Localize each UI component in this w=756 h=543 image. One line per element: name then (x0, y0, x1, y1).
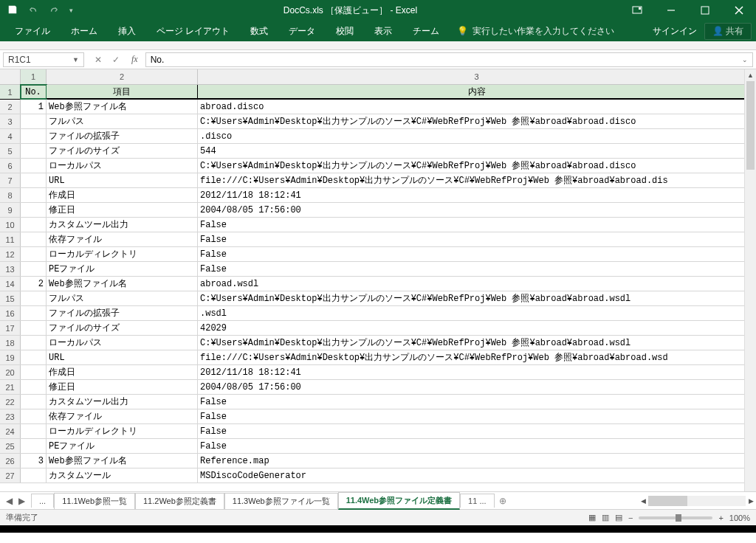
sheet-tab-5[interactable]: 11 ... (460, 494, 494, 508)
row-header[interactable]: 12 (0, 247, 21, 261)
row-header[interactable]: 2 (0, 100, 21, 114)
row-header[interactable]: 15 (0, 291, 21, 305)
ribbon-display-icon[interactable] (620, 0, 654, 21)
maximize-icon[interactable] (688, 0, 722, 21)
hscroll-right-icon[interactable]: ▶ (746, 497, 756, 505)
horizontal-scrollbar[interactable] (648, 496, 746, 506)
cell-val[interactable]: C:¥Users¥Admin¥Desktop¥出力サンプルのソース¥C#¥Web… (198, 114, 756, 128)
view-pagelayout-icon[interactable]: ▥ (602, 513, 609, 522)
row-header[interactable]: 7 (0, 173, 21, 187)
cell-val[interactable]: C:¥Users¥Admin¥Desktop¥出力サンプルのソース¥C#¥Web… (198, 291, 756, 305)
header-cell-item[interactable]: 項目 (47, 85, 198, 99)
cell-no[interactable] (21, 291, 47, 305)
tab-file[interactable]: ファイル (4, 21, 61, 41)
cancel-formula-icon[interactable]: ✕ (94, 55, 102, 65)
tab-insert[interactable]: 挿入 (108, 21, 146, 41)
cell-val[interactable]: 544 (198, 144, 756, 158)
hscroll-thumb[interactable] (648, 496, 687, 506)
row-header[interactable]: 20 (0, 365, 21, 379)
row-header[interactable]: 19 (0, 350, 21, 364)
sheet-tab-3[interactable]: 11.3Web参照ファイル一覧 (224, 493, 338, 509)
cell-item[interactable]: 作成日 (47, 365, 198, 379)
fx-icon[interactable]: fx (127, 54, 142, 65)
row-header[interactable]: 10 (0, 218, 21, 232)
sheet-tab-2[interactable]: 11.2Web参照定義書 (135, 493, 224, 509)
row-header[interactable]: 18 (0, 336, 21, 350)
view-normal-icon[interactable]: ▦ (588, 513, 596, 522)
cell-val[interactable]: 2004/08/05 17:56:00 (198, 380, 756, 394)
sheet-tab-1[interactable]: 11.1Web参照一覧 (54, 493, 135, 509)
cell-no[interactable] (21, 365, 47, 379)
cell-item[interactable]: 依存ファイル (47, 409, 198, 423)
tab-nav-prev-icon[interactable]: ◀ (6, 496, 13, 506)
select-all-corner[interactable] (0, 69, 21, 84)
share-button[interactable]: 👤 共有 (704, 23, 752, 40)
zoom-out-icon[interactable]: − (628, 513, 633, 522)
cell-val[interactable]: False (198, 232, 756, 246)
row-header[interactable]: 3 (0, 114, 21, 128)
cell-no[interactable] (21, 336, 47, 350)
row-header[interactable]: 5 (0, 144, 21, 158)
cell-val[interactable]: 2012/11/18 18:12:41 (198, 365, 756, 379)
row-header[interactable]: 13 (0, 262, 21, 276)
row-header[interactable]: 17 (0, 321, 21, 335)
cell-no[interactable] (21, 321, 47, 335)
cell-no[interactable] (21, 144, 47, 158)
cell-val[interactable]: False (198, 409, 756, 423)
cell-no[interactable]: 2 (21, 277, 47, 291)
cell-item[interactable]: 依存ファイル (47, 232, 198, 246)
row-header[interactable]: 22 (0, 395, 21, 409)
new-sheet-icon[interactable]: ⊕ (495, 496, 511, 506)
cell-no[interactable] (21, 218, 47, 232)
cell-no[interactable] (21, 380, 47, 394)
row-header[interactable]: 6 (0, 159, 21, 173)
cell-no[interactable] (21, 409, 47, 423)
cell-item[interactable]: Web参照ファイル名 (47, 100, 198, 114)
row-header[interactable]: 26 (0, 454, 21, 468)
header-cell-no[interactable]: No. (21, 85, 47, 99)
row-header[interactable]: 21 (0, 380, 21, 394)
vertical-scrollbar[interactable]: ▲ (744, 69, 756, 491)
col-header-2[interactable]: 2 (47, 69, 198, 84)
cell-val[interactable]: C:¥Users¥Admin¥Desktop¥出力サンプルのソース¥C#¥Web… (198, 159, 756, 173)
cell-val[interactable]: MSDiscoCodeGenerator (198, 468, 756, 483)
zoom-slider[interactable] (639, 516, 712, 519)
cell-no[interactable] (21, 350, 47, 364)
cell-no[interactable] (21, 262, 47, 276)
cell-item[interactable]: URL (47, 350, 198, 364)
cell-no[interactable] (21, 468, 47, 483)
sheet-tab-4[interactable]: 11.4Web参照ファイル定義書 (338, 492, 460, 510)
tell-me[interactable]: 💡 実行したい作業を入力してください (450, 25, 622, 38)
sheet-tab-ellipsis[interactable]: ... (31, 494, 54, 508)
tab-team[interactable]: チーム (402, 21, 450, 41)
cell-item[interactable]: ファイルの拡張子 (47, 129, 198, 143)
cell-val[interactable]: file:///C:¥Users¥Admin¥Desktop¥出力サンプルのソー… (198, 350, 756, 364)
header-cell-val[interactable]: 内容 (198, 85, 756, 99)
cell-val[interactable]: file:///C:¥Users¥Admin¥Desktop¥出力サンプルのソー… (198, 173, 756, 187)
cell-no[interactable] (21, 395, 47, 409)
cell-val[interactable]: False (198, 395, 756, 409)
row-header[interactable]: 11 (0, 232, 21, 246)
close-icon[interactable] (722, 0, 756, 21)
cell-item[interactable]: カスタムツール出力 (47, 218, 198, 232)
row-header[interactable]: 24 (0, 424, 21, 438)
cell-no[interactable] (21, 424, 47, 438)
cell-no[interactable] (21, 232, 47, 246)
zoom-in-icon[interactable]: + (718, 513, 723, 522)
cell-item[interactable]: ローカルディレクトリ (47, 247, 198, 261)
cell-item[interactable]: URL (47, 173, 198, 187)
scroll-up-icon[interactable]: ▲ (745, 69, 756, 81)
cell-item[interactable]: 修正日 (47, 380, 198, 394)
cell-no[interactable] (21, 173, 47, 187)
row-header[interactable]: 1 (0, 85, 21, 99)
cell-val[interactable]: False (198, 439, 756, 453)
cell-item[interactable]: フルパス (47, 291, 198, 305)
chevron-down-icon[interactable]: ▼ (72, 56, 79, 63)
qat-dropdown-icon[interactable]: ▾ (69, 7, 73, 14)
cell-no[interactable] (21, 439, 47, 453)
row-header[interactable]: 23 (0, 409, 21, 423)
cell-item[interactable]: ファイルのサイズ (47, 144, 198, 158)
cell-item[interactable]: ローカルディレクトリ (47, 424, 198, 438)
tab-formulas[interactable]: 数式 (240, 21, 278, 41)
cell-item[interactable]: ファイルの拡張子 (47, 306, 198, 320)
